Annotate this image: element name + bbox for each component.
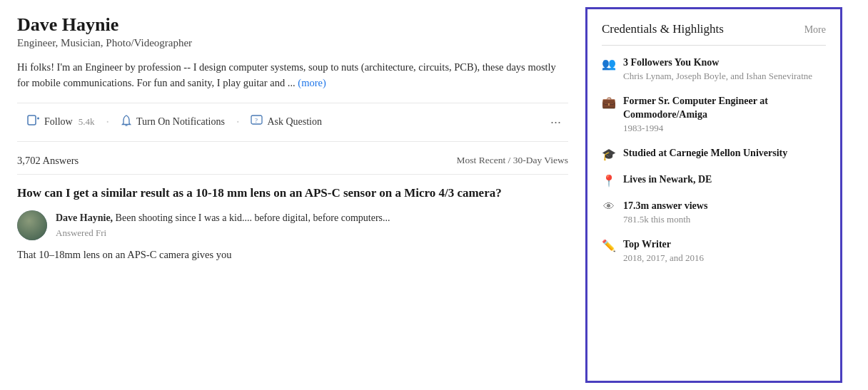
sort-label: Most Recent / 30-Day Views: [457, 155, 568, 166]
divider-1: ·: [106, 115, 109, 130]
bio-more-link[interactable]: (more): [298, 77, 326, 88]
credential-content-3: Lives in Newark, DE: [623, 173, 712, 187]
answer-snippet: That 10–18mm lens on an APS-C camera giv…: [17, 247, 568, 263]
credential-subtitle-4: 781.5k this month: [623, 213, 707, 226]
follow-button[interactable]: Follow 5.4k: [17, 111, 104, 133]
stats-bar: 3,702 Answers Most Recent / 30-Day Views: [17, 155, 568, 175]
notifications-button[interactable]: Turn On Notifications: [111, 111, 235, 134]
credentials-list: 👥3 Followers You KnowChris Lynam, Joseph…: [602, 56, 826, 265]
follow-label: Follow: [44, 116, 73, 128]
location-icon: 📍: [602, 174, 616, 188]
profile-tagline: Engineer, Musician, Photo/Videographer: [17, 37, 568, 49]
divider-2: ·: [236, 115, 240, 130]
work-icon: 💼: [602, 96, 616, 109]
views-icon: 👁: [602, 200, 616, 213]
question-icon: ?: [251, 115, 263, 130]
sidebar-title: Credentials & Highlights: [602, 22, 724, 36]
credential-title-1: Former Sr. Computer Engineer at Commodor…: [623, 94, 826, 122]
profile-bio: Hi folks! I'm an Engineer by profession …: [17, 59, 568, 91]
education-icon: 🎓: [602, 148, 616, 161]
answer-text-block: Dave Haynie, Been shooting since I was a…: [56, 210, 390, 240]
answerer-name: Dave Haynie,: [56, 212, 113, 223]
credential-item-3: 📍Lives in Newark, DE: [602, 173, 826, 188]
credential-content-4: 17.3m answer views781.5k this month: [623, 199, 707, 226]
credential-item-5: ✏️Top Writer2018, 2017, and 2016: [602, 237, 826, 265]
main-content: Dave Haynie Engineer, Musician, Photo/Vi…: [0, 0, 585, 390]
credential-content-2: Studied at Carnegie Mellon University: [623, 146, 787, 160]
credential-item-1: 💼Former Sr. Computer Engineer at Commodo…: [602, 94, 826, 135]
credential-subtitle-5: 2018, 2017, and 2016: [623, 252, 704, 265]
question-title[interactable]: How can I get a similar result as a 10-1…: [17, 185, 568, 202]
credential-title-4: 17.3m answer views: [623, 199, 707, 213]
credential-title-5: Top Writer: [623, 237, 704, 252]
ask-question-button[interactable]: ? Ask Question: [241, 111, 332, 134]
avatar: [17, 210, 47, 240]
credentials-sidebar: Credentials & Highlights More 👥3 Followe…: [585, 7, 842, 383]
credential-item-0: 👥3 Followers You KnowChris Lynam, Joseph…: [602, 56, 826, 83]
more-options-button[interactable]: ···: [543, 111, 568, 134]
credential-subtitle-1: 1983-1994: [623, 122, 826, 135]
profile-name: Dave Haynie: [17, 14, 568, 36]
avatar-image: [17, 210, 47, 240]
bell-icon: [121, 115, 132, 130]
svg-rect-0: [28, 116, 36, 125]
question-section: How can I get a similar result as a 10-1…: [17, 185, 568, 263]
sidebar-divider: [602, 45, 826, 46]
notifications-label: Turn On Notifications: [136, 116, 225, 128]
svg-text:?: ?: [255, 117, 258, 124]
bio-text: Hi folks! I'm an Engineer by profession …: [17, 61, 556, 88]
action-bar: Follow 5.4k · Turn On Notifications · ? …: [17, 103, 568, 142]
sidebar-header: Credentials & Highlights More: [602, 22, 826, 36]
credential-content-1: Former Sr. Computer Engineer at Commodor…: [623, 94, 826, 135]
followers-icon: 👥: [602, 57, 616, 71]
follow-count: 5.4k: [79, 116, 95, 128]
profile-header: Dave Haynie Engineer, Musician, Photo/Vi…: [17, 14, 568, 91]
credential-title-3: Lives in Newark, DE: [623, 173, 712, 187]
answer-meta: Answered Fri: [56, 227, 390, 239]
credential-title-2: Studied at Carnegie Mellon University: [623, 146, 787, 160]
answer-text: Dave Haynie, Been shooting since I was a…: [56, 210, 390, 225]
answer-preview: Dave Haynie, Been shooting since I was a…: [17, 210, 568, 240]
answer-preview-text: Been shooting since I was a kid.... befo…: [116, 212, 390, 223]
answers-count: 3,702 Answers: [17, 155, 79, 167]
credential-item-2: 🎓Studied at Carnegie Mellon University: [602, 146, 826, 161]
credential-content-5: Top Writer2018, 2017, and 2016: [623, 237, 704, 265]
writer-icon: ✏️: [602, 239, 616, 252]
credential-content-0: 3 Followers You KnowChris Lynam, Joseph …: [623, 56, 812, 83]
follow-icon: [27, 115, 40, 129]
ask-label: Ask Question: [267, 116, 322, 128]
credential-item-4: 👁17.3m answer views781.5k this month: [602, 199, 826, 226]
credential-title-0: 3 Followers You Know: [623, 56, 812, 70]
sidebar-more-button[interactable]: More: [804, 24, 826, 36]
credential-subtitle-0: Chris Lynam, Joseph Boyle, and Ishan Sen…: [623, 70, 812, 83]
